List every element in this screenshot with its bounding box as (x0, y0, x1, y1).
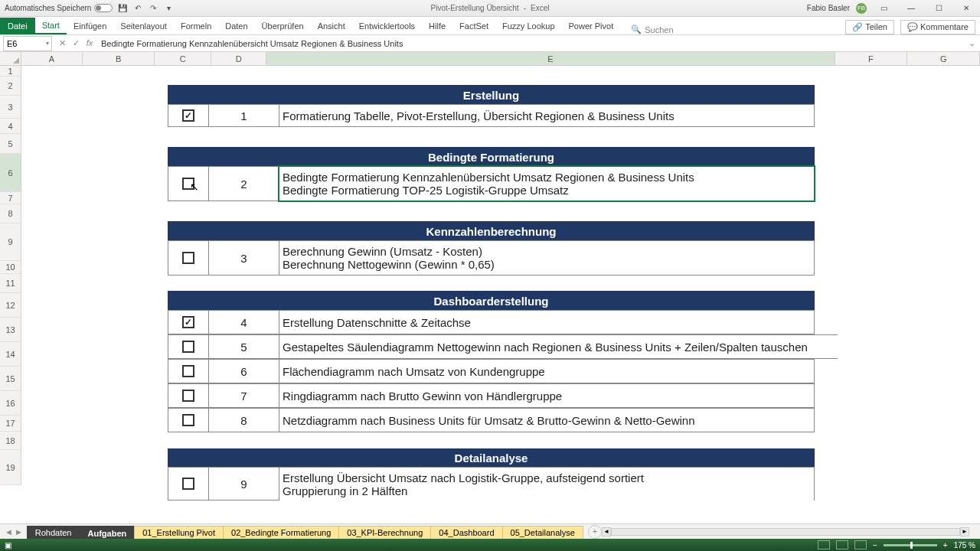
row-15[interactable]: 15 (0, 367, 21, 391)
toggle-icon[interactable] (94, 4, 113, 12)
col-B[interactable]: B (83, 52, 155, 65)
col-D[interactable]: D (211, 52, 266, 65)
horizontal-scrollbar[interactable]: ◄ ► (602, 527, 969, 536)
expand-formula-icon[interactable]: ⌄ (966, 38, 977, 48)
undo-icon[interactable]: ↶ (132, 3, 143, 14)
row-4[interactable]: 4 (0, 119, 21, 134)
col-F[interactable]: F (835, 52, 908, 65)
row-14[interactable]: 14 (0, 342, 21, 367)
file-tab[interactable]: Datei (0, 18, 35, 34)
tab-nav-prev[interactable]: ◄ (5, 527, 13, 536)
ribbon-tab-insert[interactable]: Einfügen (67, 18, 113, 34)
task-3-checkbox[interactable] (182, 252, 194, 264)
row-3[interactable]: 3 (0, 96, 21, 119)
task-4-checkbox-cell (168, 310, 209, 334)
task-8-checkbox[interactable] (182, 414, 194, 426)
ribbon-tab-view[interactable]: Ansicht (311, 18, 352, 34)
row-11[interactable]: 11 (0, 274, 21, 293)
col-G[interactable]: G (907, 52, 980, 65)
zoom-in-icon[interactable]: + (943, 541, 948, 549)
ribbon-tab-help[interactable]: Hilfe (422, 18, 452, 34)
ribbon-tab-fuzzy[interactable]: Fuzzy Lookup (495, 18, 561, 34)
col-A[interactable]: A (21, 52, 83, 65)
row-19[interactable]: 19 (0, 450, 21, 485)
section-2-header: Bedingte Formatierung (168, 147, 815, 166)
task-9-checkbox[interactable] (182, 478, 194, 490)
row-2[interactable]: 2 (0, 77, 21, 96)
task-4-num: 4 (208, 310, 279, 334)
formula-input[interactable]: Bedingte Formatierung Kennzahlenübersich… (100, 39, 966, 48)
close-icon[interactable]: ✕ (956, 2, 977, 15)
row-1[interactable]: 1 (0, 66, 21, 77)
ribbon-mode-icon[interactable]: ▭ (873, 2, 894, 15)
task-2-num: 2 (208, 166, 279, 201)
scroll-left-icon[interactable]: ◄ (602, 527, 611, 536)
sheet-tab-01[interactable]: 01_Erstellung Pivot (134, 526, 224, 539)
ribbon-tab-dev[interactable]: Entwicklertools (352, 18, 422, 34)
pagebreak-view-icon[interactable] (854, 540, 867, 549)
avatar[interactable]: FB (856, 3, 867, 14)
tab-nav-next[interactable]: ► (15, 527, 23, 536)
zoom-slider[interactable] (884, 544, 937, 546)
record-macro-icon[interactable]: ▣ (5, 541, 11, 549)
row-13[interactable]: 13 (0, 318, 21, 342)
sheet-tab-02[interactable]: 02_Bedingte Formatierung (223, 526, 339, 539)
select-all-corner[interactable] (0, 52, 21, 66)
col-C[interactable]: C (155, 52, 211, 65)
ribbon-tab-review[interactable]: Überprüfen (255, 18, 311, 34)
section-4-header: Dashboarderstellung (168, 291, 815, 310)
row-8[interactable]: 8 (0, 204, 21, 223)
row-7[interactable]: 7 (0, 192, 21, 204)
cancel-icon[interactable]: ✕ (57, 38, 67, 48)
minimize-icon[interactable]: — (900, 2, 922, 15)
col-E[interactable]: E (266, 52, 835, 65)
name-box[interactable]: E6 (3, 36, 52, 51)
row-headers[interactable]: 12345678910111213141516171819 (0, 66, 21, 502)
sheet-tab-05[interactable]: 05_Detailanalyse (502, 526, 583, 539)
sheet-tab-04[interactable]: 04_Dashboard (430, 526, 502, 539)
worksheet-grid[interactable]: A B C D E F G 12345678910111213141516171… (0, 52, 980, 502)
share-button[interactable]: 🔗 Teilen (845, 20, 894, 34)
add-sheet-button[interactable]: + (588, 525, 602, 539)
task-2-checkbox[interactable] (182, 178, 194, 190)
search-box[interactable]: 🔍Suchen (631, 24, 673, 34)
redo-icon[interactable]: ↷ (148, 3, 158, 14)
task-7-checkbox[interactable] (182, 390, 194, 402)
pagelayout-view-icon[interactable] (836, 540, 848, 549)
ribbon-tab-formulas[interactable]: Formeln (174, 18, 218, 34)
scroll-right-icon[interactable]: ► (960, 527, 969, 536)
zoom-level[interactable]: 175 % (954, 541, 975, 549)
enter-icon[interactable]: ✓ (70, 38, 81, 48)
task-4-checkbox[interactable] (182, 316, 194, 328)
ribbon-tab-factset[interactable]: FactSet (452, 18, 495, 34)
row-12[interactable]: 12 (0, 293, 21, 318)
row-6[interactable]: 6 (0, 154, 21, 192)
task-7-text: Ringdiagramm nach Brutto Gewinn von Händ… (279, 383, 815, 408)
ribbon-tab-powerpivot[interactable]: Power Pivot (562, 18, 621, 34)
row-9[interactable]: 9 (0, 223, 21, 261)
normal-view-icon[interactable] (818, 540, 830, 549)
row-5[interactable]: 5 (0, 134, 21, 154)
fx-icon[interactable]: fx (84, 38, 95, 48)
sheet-tab-rohdaten[interactable]: Rohdaten (27, 526, 80, 539)
sheet-tab-03[interactable]: 03_KPI-Berechnung (338, 526, 431, 539)
ribbon: Datei Start Einfügen Seitenlayout Formel… (0, 17, 980, 35)
ribbon-tab-start[interactable]: Start (35, 18, 67, 34)
ribbon-tab-pagelayout[interactable]: Seitenlayout (113, 18, 174, 34)
row-17[interactable]: 17 (0, 416, 21, 432)
task-1-checkbox[interactable] (182, 109, 194, 122)
qat-more-icon[interactable]: ▾ (163, 3, 174, 14)
autosave-toggle[interactable]: Automatisches Speichern (5, 4, 113, 12)
row-16[interactable]: 16 (0, 391, 21, 416)
save-icon[interactable]: 💾 (117, 3, 128, 14)
ribbon-tab-data[interactable]: Daten (218, 18, 254, 34)
row-18[interactable]: 18 (0, 432, 21, 450)
task-6-checkbox[interactable] (182, 365, 194, 377)
column-headers[interactable]: A B C D E F G (21, 52, 980, 66)
task-5-checkbox[interactable] (182, 341, 194, 353)
zoom-out-icon[interactable]: − (873, 541, 877, 549)
sheet-tab-aufgaben[interactable]: Aufgaben (80, 526, 136, 540)
row-10[interactable]: 10 (0, 261, 21, 274)
comments-button[interactable]: 💬 Kommentare (900, 20, 975, 34)
maximize-icon[interactable]: ☐ (928, 2, 949, 15)
